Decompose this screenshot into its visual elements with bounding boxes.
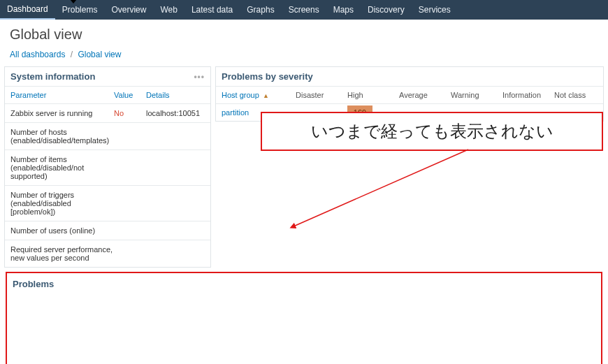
table-row: Required server performance, new values … [5,240,210,267]
nav-tab-overview[interactable]: Overview [104,0,153,20]
nav-tab-maps[interactable]: Maps [326,0,361,20]
cell-param: Number of users (online) [10,226,114,235]
breadcrumb-current[interactable]: Global view [78,50,121,59]
breadcrumb: All dashboards / Global view [0,47,608,66]
severity-header-row: Host group ▲ Disaster High Average Warni… [216,86,603,103]
col-warning[interactable]: Warning [451,91,502,99]
cell-value [114,226,146,235]
cell-param: Zabbix server is running [10,109,114,117]
cell-details [146,226,205,235]
col-hostgroup[interactable]: Host group ▲ [222,91,296,99]
nav-tab-dashboard[interactable]: Dashboard [0,0,55,20]
sort-asc-icon: ▲ [263,92,269,99]
table-row: Number of items (enabled/disabled/not su… [5,150,210,185]
cell-value: No [114,109,146,117]
cell-value [114,128,146,145]
widget-system-information: System information ••• Parameter Value D… [4,66,211,268]
col-parameter[interactable]: Parameter [10,91,114,99]
table-row: Number of hosts (enabled/disabled/templa… [5,122,210,150]
cell-value [114,155,146,180]
table-row: Number of users (online) [5,221,210,240]
breadcrumb-root[interactable]: All dashboards [10,50,65,59]
nav-tab-latest-data[interactable]: Latest data [184,0,240,20]
problems-body-empty [7,295,601,364]
widget-title: System information [10,71,95,82]
col-average[interactable]: Average [399,91,451,99]
cell-param: Number of hosts (enabled/disabled/templa… [10,128,114,145]
nav-tab-services[interactable]: Services [412,0,458,20]
nav-tab-screens[interactable]: Screens [282,0,326,20]
cell-details [146,128,205,145]
cell-param: Number of triggers (enabled/disabled [pr… [10,191,114,216]
nav-tab-web[interactable]: Web [153,0,184,20]
table-row: Number of triggers (enabled/disabled [pr… [5,185,210,221]
main-nav: Dashboard Problems Overview Web Latest d… [0,0,608,20]
cell-details [146,191,205,216]
col-information[interactable]: Information [502,91,554,99]
col-disaster[interactable]: Disaster [296,91,347,99]
cell-details [146,155,205,180]
breadcrumb-sep: / [71,50,73,59]
widget-title: Problems by severity [222,71,313,82]
cell-value [114,191,146,216]
cell-value [114,245,146,262]
widget-menu-icon[interactable]: ••• [194,72,205,82]
cell-details [146,245,205,262]
nav-tab-discovery[interactable]: Discovery [361,0,412,20]
widget-problems: Problems [6,272,602,364]
nav-tab-graphs[interactable]: Graphs [240,0,281,20]
hostgroup-link[interactable]: partition [222,108,249,117]
cell-details: localhost:10051 [146,109,205,117]
sysinfo-header-row: Parameter Value Details [5,86,210,103]
col-high[interactable]: High [347,91,399,99]
nav-tab-problems[interactable]: Problems [55,0,105,20]
cell-param: Required server performance, new values … [10,245,114,262]
page-title: Global view [0,20,608,47]
col-value[interactable]: Value [114,91,146,99]
col-details[interactable]: Details [146,91,205,99]
annotation-callout: いつまで経っても表示されない [261,112,603,151]
widget-title: Problems [7,273,601,295]
annotation-text: いつまで経っても表示されない [311,120,553,143]
col-notclassified[interactable]: Not class [554,91,598,99]
table-row: Zabbix server is running No localhost:10… [5,103,210,122]
cell-param: Number of items (enabled/disabled/not su… [10,155,114,180]
